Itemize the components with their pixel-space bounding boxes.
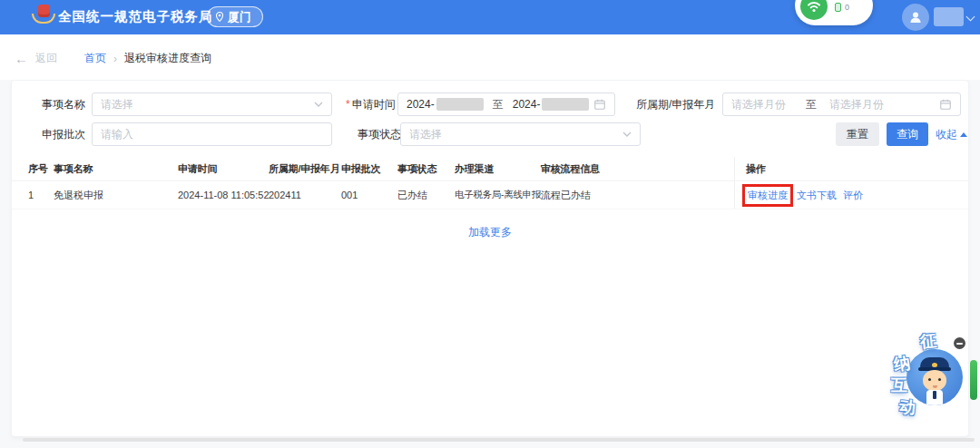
breadcrumb-bar: ← 返回 首页 › 退税审核进度查询 — [0, 34, 980, 80]
annotation-red-box: 审核进度 — [742, 184, 793, 207]
cell-period: 202411 — [269, 190, 341, 200]
cell-apply-time: 2024-11-08 11:05:52 — [178, 190, 269, 200]
wifi-icon — [800, 0, 828, 20]
period-label: 所属期/申报年月 — [636, 93, 715, 116]
cell-status: 已办结 — [397, 189, 455, 202]
col-name: 事项名称 — [54, 162, 178, 176]
apply-time-label: *申请时间 — [346, 93, 396, 116]
period-end-placeholder: 请选择月份 — [829, 97, 939, 112]
mascot-char: 互 — [891, 375, 907, 396]
col-apply-time: 申请时间 — [178, 162, 269, 176]
mascot-char: 纳 — [892, 352, 911, 375]
breadcrumb-home[interactable]: 首页 — [84, 51, 106, 66]
mascot-char: 征 — [919, 329, 937, 353]
col-channel: 办理渠道 — [455, 162, 541, 176]
cell-seq: 1 — [28, 190, 54, 200]
result-table: 序号 事项名称 申请时间 所属期/申报年月 申报批次 事项状态 办理渠道 审核流… — [12, 157, 968, 240]
back-arrow-icon[interactable]: ← — [15, 54, 28, 64]
page: 全国统一规范电子税务局 厦门 0 ← 返回 首页 › 退税审核进 — [0, 0, 980, 448]
person-icon — [907, 9, 924, 25]
location-pin-icon — [215, 11, 224, 23]
load-more-link[interactable]: 加载更多 — [12, 225, 968, 240]
panel-bottom-shadow — [23, 438, 975, 442]
batch-label: 申报批次 — [42, 122, 85, 146]
status-placeholder: 请选择 — [409, 127, 622, 142]
apply-time-range-picker[interactable]: 2024- 至 2024- — [397, 93, 615, 116]
collapse-caret-icon — [960, 132, 967, 137]
interaction-widget[interactable]: 0 — [795, 0, 873, 25]
breadcrumb-separator: › — [113, 53, 117, 65]
document-download-link[interactable]: 文书下载 — [797, 189, 837, 202]
calendar-icon[interactable] — [593, 98, 606, 111]
collapse-button[interactable]: 收起 — [936, 122, 967, 146]
cell-batch: 001 — [341, 190, 397, 200]
col-actions: 操作 — [734, 157, 968, 180]
col-process-info: 审核流程信息 — [541, 162, 734, 176]
top-bar: 全国统一规范电子税务局 厦门 0 — [0, 0, 980, 34]
range-to-label: 至 — [493, 97, 504, 112]
page-title: 退税审核进度查询 — [124, 51, 211, 66]
app-title: 全国统一规范电子税务局 — [58, 8, 213, 25]
main-panel: 事项名称 请选择 *申请时间 2024- 至 2024- 所属期/申报年月 请选… — [11, 80, 969, 437]
battery-icon — [835, 3, 841, 12]
cell-name: 免退税申报 — [54, 189, 178, 202]
chevron-down-icon — [622, 131, 632, 137]
username-redacted — [934, 7, 964, 26]
status-select[interactable]: 请选择 — [400, 122, 641, 146]
side-green-indicator[interactable] — [970, 360, 977, 400]
apply-time-end: 2024- — [513, 98, 541, 111]
table-header-row: 序号 事项名称 申请时间 所属期/申报年月 申报批次 事项状态 办理渠道 审核流… — [12, 157, 968, 181]
batch-field[interactable] — [92, 122, 332, 146]
redacted-date-start — [436, 98, 484, 111]
batch-input[interactable] — [101, 123, 323, 145]
cell-actions: 审核进度 文书下载 评价 — [734, 181, 968, 209]
location-label: 厦门 — [228, 9, 251, 25]
mascot-minimize-button[interactable] — [954, 337, 965, 349]
reset-button[interactable]: 重置 — [836, 122, 879, 146]
review-progress-link[interactable]: 审核进度 — [748, 190, 788, 200]
col-seq: 序号 — [28, 162, 54, 176]
period-range-picker[interactable]: 请选择月份 至 请选择月份 — [722, 93, 961, 116]
tax-bureau-logo-icon — [31, 5, 56, 30]
item-name-placeholder: 请选择 — [101, 97, 314, 112]
item-name-select[interactable]: 请选择 — [92, 93, 332, 116]
widget-count: 0 — [845, 3, 849, 12]
user-menu-chevron-icon[interactable] — [966, 13, 975, 22]
col-status: 事项状态 — [397, 162, 455, 176]
back-button[interactable]: 返回 — [35, 51, 57, 66]
cell-channel: 电子税务局-离线申报 — [455, 189, 541, 201]
mascot-char: 动 — [898, 395, 916, 419]
col-batch: 申报批次 — [341, 162, 397, 176]
evaluate-link[interactable]: 评价 — [843, 189, 863, 202]
period-start-placeholder: 请选择月份 — [731, 97, 786, 112]
location-selector[interactable]: 厦门 — [207, 6, 263, 27]
table-row: 1 免退税申报 2024-11-08 11:05:52 202411 001 已… — [12, 181, 968, 209]
item-name-label: 事项名称 — [42, 93, 85, 116]
user-avatar[interactable] — [902, 4, 929, 31]
calendar-icon[interactable] — [939, 98, 952, 111]
breadcrumb: ← 返回 首页 › 退税审核进度查询 — [15, 51, 211, 66]
status-label: 事项状态 — [358, 122, 401, 146]
cell-process-info: 流程已办结 — [541, 189, 734, 202]
range-to-label: 至 — [806, 97, 817, 112]
query-button[interactable]: 查询 — [887, 122, 928, 146]
col-period: 所属期/申报年月 — [269, 162, 341, 176]
chevron-down-icon — [314, 102, 323, 107]
redacted-date-end — [542, 98, 589, 111]
required-mark: * — [346, 98, 350, 111]
apply-time-start: 2024- — [407, 98, 435, 111]
